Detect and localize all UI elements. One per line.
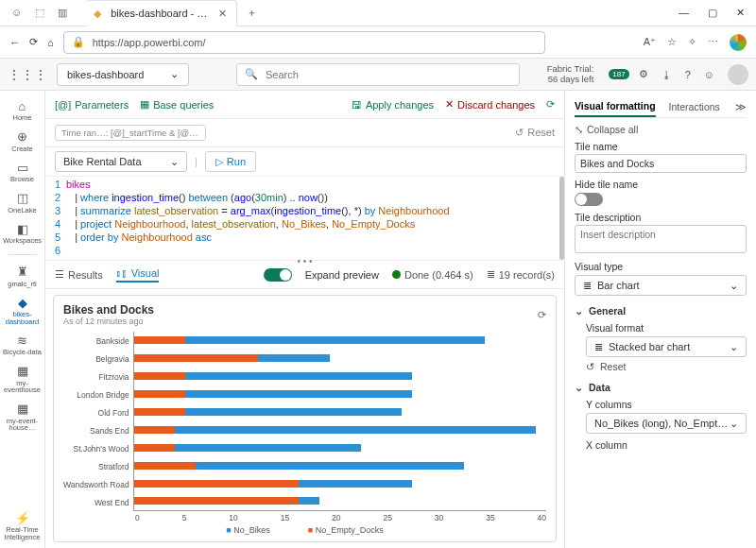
new-tab-button[interactable]: ＋ xyxy=(237,6,266,20)
record-count: ≣19 record(s) xyxy=(487,268,555,281)
workspaces-icon: ◧ xyxy=(15,221,30,236)
run-button[interactable]: ▷Run xyxy=(205,151,256,172)
query-editor[interactable]: 123456 bikes | where ingestion_time() be… xyxy=(45,176,564,261)
app-launcher-icon[interactable]: ⋮⋮⋮ xyxy=(8,67,47,82)
refresh-button[interactable]: ⟳ xyxy=(546,98,555,111)
content: [@]Parameters ▦Base queries 🖫Apply chang… xyxy=(45,91,564,548)
help-icon[interactable]: ? xyxy=(685,69,691,80)
status-done: Done (0.464 s) xyxy=(392,269,473,281)
feedback-icon[interactable]: ☺ xyxy=(704,69,714,80)
rail-workspaces[interactable]: ◧Workspaces xyxy=(2,219,43,247)
rail-eventhouse1[interactable]: ▦my-eventhouse xyxy=(2,362,43,396)
settings-icon[interactable]: ⚙ xyxy=(639,68,648,80)
tabs-icon[interactable]: ▥ xyxy=(58,7,67,19)
chart-subtitle: As of 12 minutes ago xyxy=(63,317,154,326)
play-icon: ▷ xyxy=(215,156,223,168)
search-input[interactable]: 🔍 Search xyxy=(236,63,520,86)
drag-handle-icon[interactable]: • • • xyxy=(297,256,312,266)
cube-icon[interactable]: ⬚ xyxy=(35,7,44,19)
discard-changes-button[interactable]: ✕Discard changes xyxy=(445,98,535,111)
browser-tab[interactable]: ◆ bikes-dashboard - Real-Time Int… ✕ xyxy=(86,0,237,26)
workspace-name: bikes-dashboard xyxy=(67,69,144,80)
tile-name-input[interactable] xyxy=(575,154,747,173)
undo-icon: ↺ xyxy=(586,361,594,372)
visual-type-label: Visual type xyxy=(575,261,747,272)
collapse-all-button[interactable]: ⤡Collapse all xyxy=(575,124,747,135)
favorite-icon[interactable]: ☆ xyxy=(667,36,677,48)
url-text: https://app.powerbi.com/ xyxy=(93,37,206,48)
parameters-button[interactable]: [@]Parameters xyxy=(55,99,129,111)
visual-format-dropdown[interactable]: ≣Stacked bar chart⌄ xyxy=(586,336,747,357)
read-aloud-icon[interactable]: A⁺ xyxy=(644,36,656,48)
avatar[interactable] xyxy=(728,64,748,85)
tab-title: bikes-dashboard - Real-Time Int… xyxy=(111,8,213,19)
reset-format-button[interactable]: ↺Reset xyxy=(575,361,747,372)
toolbar-params: Time ran…: [@]_startTime & [@]_endT… ↺Re… xyxy=(45,119,564,147)
base-queries-button[interactable]: ▦Base queries xyxy=(140,98,214,111)
rail-browse[interactable]: ▭Browse xyxy=(2,158,43,185)
folder-icon: ▭ xyxy=(15,160,30,175)
tab-results[interactable]: ☰Results xyxy=(55,268,103,281)
bolt-icon: ⚡ xyxy=(15,510,30,525)
onelake-icon: ◫ xyxy=(15,191,30,206)
visual-format-label: Visual format xyxy=(575,322,747,334)
editor-scrollbar[interactable] xyxy=(559,177,564,260)
rail-rti[interactable]: ⚡Real-Time Intelligence xyxy=(2,508,43,542)
rail-bicycle-data[interactable]: ≋Bicycle-data xyxy=(2,331,43,358)
rail-create[interactable]: ⊕Create xyxy=(2,128,43,155)
close-icon: ✕ xyxy=(445,98,454,111)
gutter: 123456 xyxy=(45,179,66,258)
rail-home[interactable]: ⌂Home xyxy=(2,96,43,124)
chevron-down-icon: ⌄ xyxy=(170,156,179,168)
rail-onelake[interactable]: ◫OneLake xyxy=(2,189,43,216)
left-rail: ⌂Home ⊕Create ▭Browse ◫OneLake ◧Workspac… xyxy=(0,91,45,548)
tile-desc-input[interactable] xyxy=(575,225,747,253)
workspace-icon: ♜ xyxy=(15,265,30,280)
hide-tile-toggle[interactable] xyxy=(575,193,603,206)
refresh-button[interactable]: ⟳ xyxy=(29,36,38,48)
refresh-chart-icon[interactable]: ⟳ xyxy=(538,309,546,321)
expand-preview-toggle[interactable] xyxy=(264,268,292,282)
chart-title: Bikes and Docks xyxy=(63,303,154,317)
minimize-button[interactable]: — xyxy=(679,7,689,19)
plus-circle-icon: ⊕ xyxy=(15,129,30,145)
section-data[interactable]: ⌄Data xyxy=(575,382,747,393)
dataset-dropdown[interactable]: Bike Rental Data⌄ xyxy=(55,151,187,172)
reset-button[interactable]: ↺Reset xyxy=(515,127,555,139)
close-tab-icon[interactable]: ✕ xyxy=(218,8,227,20)
rail-bikes-dashboard[interactable]: ◆bikes-dashboard xyxy=(2,293,43,327)
maximize-button[interactable]: ▢ xyxy=(708,7,717,19)
tab-visual-formatting[interactable]: Visual formatting xyxy=(575,96,656,117)
chevron-down-icon: ⌄ xyxy=(575,305,583,317)
more-icon[interactable]: ⋯ xyxy=(708,36,718,48)
collapse-icon: ⤡ xyxy=(575,124,583,135)
chevron-down-icon: ⌄ xyxy=(575,382,583,393)
expand-pane-icon[interactable]: ≫ xyxy=(735,101,747,112)
tab-interactions[interactable]: Interactions xyxy=(669,97,720,116)
tab-visual[interactable]: ⫾⫿Visual xyxy=(116,267,160,283)
address-field[interactable]: 🔒 https://app.powerbi.com/ xyxy=(63,31,545,54)
download-icon[interactable]: ⭳ xyxy=(662,69,672,80)
chevron-down-icon: ⌄ xyxy=(730,418,738,430)
toolbar-primary: [@]Parameters ▦Base queries 🖫Apply chang… xyxy=(45,91,564,119)
apply-changes-button[interactable]: 🖫Apply changes xyxy=(352,99,434,111)
personal-icon[interactable]: ☺ xyxy=(11,7,22,19)
visual-formatting-pane: Visual formatting Interactions ≫ ⤡Collap… xyxy=(564,91,756,548)
search-icon: 🔍 xyxy=(245,68,258,80)
chevron-down-icon: ⌄ xyxy=(730,341,738,353)
chart-icon: ⫾⫿ xyxy=(116,267,128,279)
copilot-icon[interactable] xyxy=(730,34,747,51)
time-range-chip[interactable]: Time ran…: [@]_startTime & [@]_endT… xyxy=(55,125,206,141)
eventhouse-icon: ▦ xyxy=(15,364,30,379)
close-window-button[interactable]: ✕ xyxy=(736,7,745,19)
section-general[interactable]: ⌄General xyxy=(575,305,747,317)
back-button[interactable]: ← xyxy=(9,37,20,48)
grid-icon: ▦ xyxy=(140,98,149,111)
workspace-dropdown[interactable]: bikes-dashboard ⌄ xyxy=(57,63,189,86)
visual-type-dropdown[interactable]: ≣Bar chart⌄ xyxy=(575,275,747,296)
ycol-dropdown[interactable]: No_Bikes (long), No_Empty_Docks…⌄ xyxy=(586,413,747,434)
rail-gmalc[interactable]: ♜gmalc_rti xyxy=(2,263,43,290)
home-button[interactable]: ⌂ xyxy=(47,37,54,48)
rail-eventhouse2[interactable]: ▦my-event-house… xyxy=(2,400,43,434)
collections-icon[interactable]: ✧ xyxy=(688,36,696,48)
